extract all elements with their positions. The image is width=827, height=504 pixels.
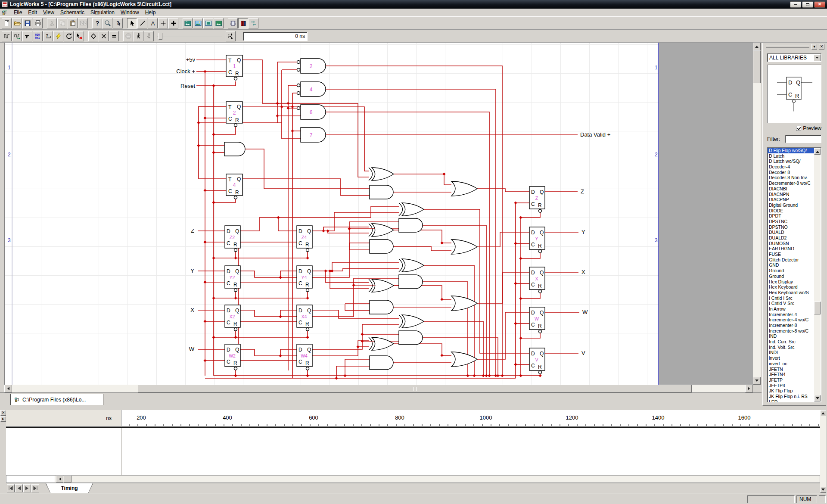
library-item[interactable]: INDI <box>768 350 814 355</box>
context-help-button[interactable]: ? <box>113 18 123 28</box>
library-item[interactable]: JK Flip Flop <box>768 388 814 394</box>
library-item[interactable]: D Latch <box>768 153 814 159</box>
zoom-normal-button[interactable] <box>203 18 213 28</box>
library-item[interactable]: Ind. Volt. Src <box>768 345 814 350</box>
library-item[interactable]: DPSTNO <box>768 224 814 230</box>
library-item[interactable]: Decrementer-8 wo/C <box>768 180 814 186</box>
prev-page-button[interactable] <box>15 484 23 492</box>
trigger-setup-button[interactable] <box>22 31 32 41</box>
new-document-button[interactable] <box>2 18 12 28</box>
first-page-button[interactable] <box>7 484 15 492</box>
paste-button[interactable] <box>68 18 78 28</box>
timing-window-button[interactable] <box>2 31 12 41</box>
reset-simulation-button[interactable] <box>64 31 74 41</box>
library-item[interactable]: Incrementer-8 wo/C <box>768 328 814 334</box>
library-item[interactable]: DIACNBI <box>768 186 814 192</box>
library-item[interactable]: invert <box>768 355 814 361</box>
scroll-down-button[interactable] <box>753 377 761 385</box>
value-cross-button[interactable] <box>99 31 109 41</box>
library-item[interactable]: Incrementer-4 <box>768 312 814 317</box>
device-editor-button[interactable] <box>228 18 238 28</box>
duplicate-button[interactable]: BB <box>78 18 88 28</box>
scroll-left-button[interactable] <box>56 476 63 482</box>
library-item[interactable]: DUALD <box>768 230 814 235</box>
library-item[interactable]: Hex Keyboard <box>768 284 814 290</box>
simulate-zap-button[interactable] <box>53 31 63 41</box>
menu-simulation[interactable]: Simulation <box>87 9 118 16</box>
pointer-button[interactable] <box>127 18 137 28</box>
library-item[interactable]: DIACNPN <box>768 192 814 197</box>
scroll-down-button[interactable] <box>820 487 826 493</box>
palette-menu-button[interactable]: ▾ <box>811 44 817 50</box>
zoom-in-page-button[interactable] <box>193 18 203 28</box>
preview-checkbox[interactable] <box>796 126 801 131</box>
library-item[interactable]: EARTHGND <box>768 246 814 252</box>
scroll-up-button[interactable] <box>814 148 821 155</box>
library-item[interactable]: In Arrow <box>768 306 814 312</box>
timing-hscrollbar[interactable] <box>6 475 820 483</box>
scroll-down-button[interactable] <box>814 395 821 401</box>
library-item[interactable]: IND <box>768 333 814 339</box>
library-item[interactable]: Ground <box>768 268 814 274</box>
cut-button[interactable] <box>47 18 57 28</box>
library-item[interactable]: Digital Ground <box>768 202 814 208</box>
library-item[interactable]: LED <box>768 399 814 402</box>
dropdown-button[interactable] <box>814 54 821 61</box>
timing-scroll-thumb[interactable] <box>64 476 72 482</box>
scroll-up-button[interactable] <box>820 410 826 416</box>
run-simulation-button[interactable] <box>226 31 236 41</box>
hscroll-thumb[interactable] <box>138 385 692 392</box>
filter-input[interactable] <box>785 135 821 143</box>
maximize-button[interactable] <box>802 1 813 8</box>
timing-tab[interactable]: Timing <box>46 483 93 493</box>
binary-display-button[interactable]: 0100x1 <box>33 31 43 41</box>
save-floppy-button[interactable] <box>22 18 32 28</box>
value-diamond-button[interactable] <box>88 31 98 41</box>
menu-window[interactable]: Window <box>118 9 142 16</box>
library-item[interactable]: DIACPNP <box>768 197 814 202</box>
library-item[interactable]: Incrementer-8 <box>768 323 814 328</box>
library-item[interactable]: Ground <box>768 274 814 279</box>
library-item[interactable]: Incrementer-4 wo/C <box>768 317 814 323</box>
library-item[interactable]: I Cntld I Src <box>768 296 814 301</box>
library-item[interactable]: Hex Display <box>768 279 814 285</box>
menu-file[interactable]: File <box>11 9 25 16</box>
auto-step-button[interactable] <box>144 31 154 41</box>
palette-grip[interactable] <box>766 46 809 48</box>
library-item[interactable]: DUMOSN <box>768 241 814 246</box>
library-item[interactable]: DIODE <box>768 208 814 214</box>
close-button[interactable]: ✕ <box>814 1 825 8</box>
library-select[interactable]: ALL LIBRARIES <box>767 53 821 62</box>
library-item[interactable]: JK Flip Flop n.i. RS <box>768 394 814 399</box>
draw-plus-button[interactable] <box>158 18 168 28</box>
menu-edit[interactable]: Edit <box>25 9 40 16</box>
timing-close-button[interactable]: ✕ <box>0 410 6 416</box>
library-item[interactable]: I Cntld V Src <box>768 301 814 306</box>
library-item[interactable]: Ind. Curr. Src <box>768 339 814 345</box>
schematic-canvas[interactable]: 112233TQCR1TQCR2TQCR4DQCRZ2DQCRZ4DQCRY2D… <box>4 43 753 385</box>
scroll-right-button[interactable] <box>745 385 753 392</box>
parts-list[interactable]: D Flip Flop wo/SQ/D LatchD Latch wo/SQ/D… <box>767 147 821 402</box>
stop-simulation-button[interactable] <box>123 31 133 41</box>
parts-list-scrollbar[interactable] <box>814 148 821 401</box>
menu-schematic[interactable]: Schematic <box>57 9 87 16</box>
palette-close-button[interactable]: ✕ <box>819 44 824 50</box>
menu-view[interactable]: View <box>40 9 57 16</box>
library-item[interactable]: D Flip Flop wo/SQ/ <box>768 148 814 153</box>
probe-tool-button[interactable]: ? <box>43 31 53 41</box>
library-item[interactable]: DPDT <box>768 213 814 219</box>
value-equal-button[interactable] <box>109 31 119 41</box>
help-question-button[interactable]: ? <box>92 18 102 28</box>
last-page-button[interactable] <box>31 484 39 492</box>
draw-plus-thick-button[interactable] <box>168 18 178 28</box>
library-item[interactable]: DPSTNC <box>768 219 814 224</box>
library-item[interactable]: FUSE <box>768 252 814 257</box>
text-tool-button[interactable]: A <box>148 18 158 28</box>
clear-simulation-button[interactable] <box>74 31 84 41</box>
library-item[interactable]: DUALD2 <box>768 235 814 241</box>
open-folder-button[interactable] <box>12 18 22 28</box>
single-step-button[interactable] <box>134 31 143 41</box>
library-item[interactable]: JFETP <box>768 377 814 383</box>
library-item[interactable]: JFETP4 <box>768 383 814 389</box>
simulation-speed-slider[interactable] <box>158 32 222 40</box>
